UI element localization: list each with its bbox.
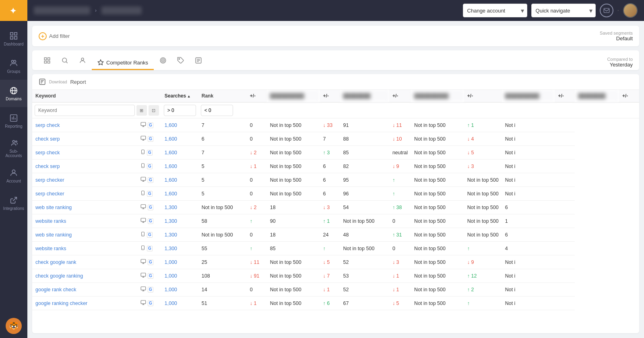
searches-value[interactable]: 1,000	[165, 273, 177, 279]
searches-cell[interactable]: 1,600	[161, 146, 198, 160]
searches-cell[interactable]: 1,300	[161, 228, 198, 242]
searches-value[interactable]: 1,600	[165, 122, 177, 128]
user-avatar[interactable]	[623, 3, 638, 18]
col-comp2-change[interactable]: +/-	[389, 90, 411, 102]
searches-value[interactable]: 1,600	[165, 177, 177, 183]
searches-cell[interactable]: 1,300	[161, 214, 198, 228]
tab-competitor-ranks[interactable]: Competitor Ranks	[92, 56, 154, 70]
keyword-link[interactable]: google rank check	[35, 287, 76, 292]
tab-search[interactable]	[56, 54, 73, 70]
keyword-cell[interactable]: serp checker	[32, 187, 137, 201]
keyword-link[interactable]: google ranking checker	[35, 301, 87, 306]
searches-value[interactable]: 1,300	[165, 218, 177, 224]
searches-filter-input[interactable]	[164, 105, 196, 116]
searches-cell[interactable]: 1,000	[161, 269, 198, 283]
keyword-link[interactable]: check serp	[35, 136, 60, 142]
keyword-cell[interactable]: serp check	[32, 118, 137, 132]
searches-value[interactable]: 1,600	[165, 150, 177, 156]
col-comp3-change[interactable]: +/-	[464, 90, 502, 102]
keyword-link[interactable]: check google ranking	[35, 273, 83, 279]
keyword-cell[interactable]: serp checker	[32, 173, 137, 187]
tab-notes[interactable]	[190, 54, 207, 70]
searches-value[interactable]: 1,000	[165, 287, 177, 292]
col-comp1-change[interactable]: +/-	[320, 90, 340, 102]
data-table-wrapper[interactable]: Keyword Searches Rank +/- ██████████ +/-…	[32, 90, 639, 333]
searches-cell[interactable]: 1,600	[161, 187, 198, 201]
searches-cell[interactable]: 1,300	[161, 242, 198, 255]
saved-segments-value[interactable]: Default	[616, 35, 633, 41]
searches-value[interactable]: 1,600	[165, 191, 177, 197]
searches-value[interactable]: 1,300	[165, 205, 177, 210]
searches-value[interactable]: 1,600	[165, 164, 177, 169]
keyword-link[interactable]: check serp	[35, 164, 60, 169]
keyword-cell[interactable]: check serp	[32, 160, 137, 173]
searches-value[interactable]: 1,300	[165, 246, 177, 251]
filter-icon-btn-1[interactable]: ⊞	[136, 105, 147, 116]
keyword-cell[interactable]: serp check	[32, 146, 137, 160]
keyword-cell[interactable]: check serp	[32, 132, 137, 146]
searches-filter-cell[interactable]	[161, 102, 198, 118]
searches-cell[interactable]: 1,000	[161, 297, 198, 310]
searches-value[interactable]: 1,600	[165, 136, 177, 142]
searches-cell[interactable]: 1,000	[161, 255, 198, 269]
keyword-link[interactable]: check google rank	[35, 259, 76, 265]
searches-value[interactable]: 1,300	[165, 232, 177, 238]
keyword-link[interactable]: website ranks	[35, 218, 66, 224]
keyword-cell[interactable]: google rank check	[32, 283, 137, 297]
sidebar-avatar[interactable]: 🐯	[6, 318, 22, 334]
filter-icon-btn-2[interactable]: ⊡	[149, 105, 159, 116]
keyword-cell[interactable]: web site ranking	[32, 201, 137, 214]
download-report-button[interactable]: Download Report	[32, 74, 639, 90]
keyword-filter-cell[interactable]: ⊞ ⊡	[32, 102, 161, 118]
searches-cell[interactable]: 1,600	[161, 173, 198, 187]
tab-tags[interactable]	[172, 54, 189, 70]
col-comp5-change[interactable]: +/-	[619, 90, 639, 102]
searches-value[interactable]: 1,000	[165, 259, 177, 265]
col-keyword[interactable]: Keyword	[32, 90, 137, 102]
tab-person[interactable]	[74, 54, 91, 70]
keyword-link[interactable]: serp check	[35, 150, 60, 156]
quick-navigate-select[interactable]: Quick navigate	[531, 4, 596, 17]
change-account-select[interactable]: Change account	[463, 4, 527, 17]
sidebar-item-domains[interactable]: Domains	[0, 80, 27, 107]
sidebar-item-reporting[interactable]: Reporting	[0, 107, 27, 135]
compared-to-value[interactable]: Yesterday	[610, 62, 633, 68]
keyword-link[interactable]: serp checker	[35, 177, 64, 183]
add-filter-button[interactable]: + Add filter	[39, 32, 70, 40]
keyword-link[interactable]: web site ranking	[35, 205, 72, 210]
keyword-link[interactable]: website ranks	[35, 246, 66, 251]
col-comp4-change[interactable]: +/-	[555, 90, 575, 102]
searches-cell[interactable]: 1,600	[161, 160, 198, 173]
col-rank-change[interactable]: +/-	[247, 90, 267, 102]
keyword-cell[interactable]: website ranks	[32, 214, 137, 228]
sidebar-item-integrations[interactable]: Integrations	[0, 189, 27, 217]
keyword-cell[interactable]: google ranking checker	[32, 297, 137, 310]
searches-cell[interactable]: 1,600	[161, 118, 198, 132]
keyword-filter-input[interactable]	[35, 105, 135, 116]
quick-navigate-wrapper[interactable]: Quick navigate ▾	[531, 4, 596, 17]
col-searches[interactable]: Searches	[161, 90, 198, 102]
keyword-cell[interactable]: check google rank	[32, 255, 137, 269]
tab-target[interactable]	[155, 54, 171, 70]
email-button[interactable]	[600, 4, 613, 17]
keyword-link[interactable]: serp checker	[35, 191, 64, 197]
sidebar-item-groups[interactable]: Groups	[0, 52, 27, 80]
keyword-link[interactable]: serp check	[35, 122, 60, 128]
keyword-cell[interactable]: check google ranking	[32, 269, 137, 283]
tab-overview[interactable]	[39, 54, 56, 70]
sidebar-item-account[interactable]: Account	[0, 162, 27, 189]
searches-cell[interactable]: 1,000	[161, 283, 198, 297]
keyword-link[interactable]: web site ranking	[35, 232, 72, 238]
col-rank[interactable]: Rank	[198, 90, 247, 102]
sidebar-item-sub-accounts[interactable]: Sub- Accounts	[0, 135, 27, 162]
keyword-cell[interactable]: website ranks	[32, 242, 137, 255]
change-account-wrapper[interactable]: Change account ▾	[463, 4, 527, 17]
sidebar-item-dashboard[interactable]: Dashboard	[0, 25, 27, 52]
keyword-cell[interactable]: web site ranking	[32, 228, 137, 242]
searches-cell[interactable]: 1,600	[161, 132, 198, 146]
rank-filter-input[interactable]	[201, 105, 233, 116]
searches-value[interactable]: 1,000	[165, 301, 177, 306]
app-logo[interactable]: ✦	[0, 0, 27, 21]
searches-cell[interactable]: 1,300	[161, 201, 198, 214]
rank-filter-cell[interactable]	[198, 102, 247, 118]
